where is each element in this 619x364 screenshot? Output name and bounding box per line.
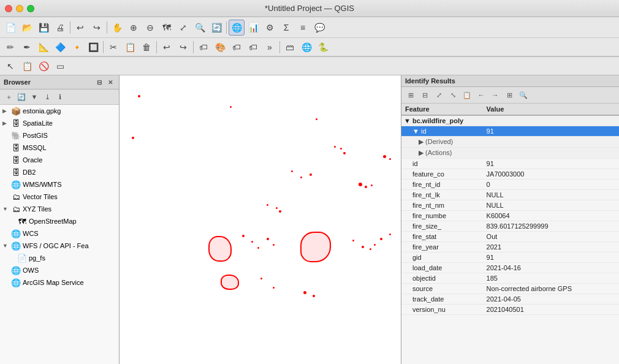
- identify-row[interactable]: ▶ (Derived): [401, 137, 619, 148]
- tree-item-arcgis[interactable]: 🌐 ArcGIS Map Service: [0, 276, 119, 289]
- zoom-full-button[interactable]: 🗺: [159, 20, 175, 36]
- label4-button[interactable]: 🏷: [245, 39, 261, 55]
- add-resource-button[interactable]: ＋: [2, 91, 15, 103]
- select-arrow-button[interactable]: ↖: [2, 58, 18, 74]
- minimize-button[interactable]: [16, 5, 23, 12]
- tips-button[interactable]: 💬: [311, 20, 327, 36]
- refresh-browser-button[interactable]: 🔄: [15, 91, 28, 103]
- field-calc-button[interactable]: ≡: [295, 20, 311, 36]
- select-button[interactable]: 📊: [245, 20, 261, 36]
- identify-row[interactable]: fire_nt_nmNULL: [401, 200, 619, 211]
- undo2-button[interactable]: ↩: [159, 39, 175, 55]
- copy-feature-button[interactable]: 📋: [122, 39, 138, 55]
- enable-props-button[interactable]: ℹ: [54, 91, 66, 103]
- save-project-button[interactable]: 💾: [36, 20, 51, 36]
- redo2-button[interactable]: ↪: [175, 39, 191, 55]
- tree-item-mssql[interactable]: 🗄 MSSQL: [0, 142, 119, 154]
- select-rect-button[interactable]: ▭: [52, 58, 68, 74]
- tree-item-vectortiles[interactable]: 🗂 Vector Tiles: [0, 191, 119, 203]
- edit-pencil-button[interactable]: ✏: [2, 39, 18, 55]
- python-button[interactable]: 🐍: [315, 39, 331, 55]
- redo-button[interactable]: ↪: [89, 20, 105, 36]
- zoom-out-button[interactable]: ⊖: [142, 20, 158, 36]
- sep1: [70, 21, 70, 34]
- open-project-button[interactable]: 📂: [19, 20, 35, 36]
- statistics-button[interactable]: Σ: [278, 20, 294, 36]
- new-project-button[interactable]: 📄: [2, 20, 18, 36]
- identify-row[interactable]: ▶ (Actions): [401, 148, 619, 159]
- zoom-layer-button[interactable]: ⤢: [175, 20, 191, 36]
- undo-button[interactable]: ↩: [72, 20, 88, 36]
- identify-row[interactable]: fire_size_839.6017125299999: [401, 221, 619, 232]
- digitize-shape-button[interactable]: 🔷: [52, 39, 68, 55]
- identify-row[interactable]: load_date2021-04-16: [401, 263, 619, 273]
- zoom-selection-button[interactable]: 🔍: [192, 20, 208, 36]
- collapse-all-button[interactable]: ⤓: [41, 91, 53, 103]
- window-controls[interactable]: [5, 5, 34, 12]
- deselect-all-button[interactable]: 🚫: [36, 58, 51, 74]
- deselect-button[interactable]: ⚙: [262, 20, 278, 36]
- tree-item-wcs[interactable]: 🌐 WCS: [0, 227, 119, 240]
- identify-button[interactable]: 🌐: [229, 20, 245, 36]
- identify-row[interactable]: fire_nt_lkNULL: [401, 190, 619, 200]
- node-tool-button[interactable]: ✒: [19, 39, 35, 55]
- value-column-header: Value: [483, 104, 619, 115]
- tree-item-spatialite[interactable]: ▶ 🗄 SpatiaLite: [0, 117, 119, 129]
- zoom-in-button[interactable]: ⊕: [126, 20, 142, 36]
- print-button[interactable]: 🖨: [52, 20, 68, 36]
- identify-row[interactable]: ▼ id91: [401, 126, 619, 137]
- refresh-button[interactable]: 🔄: [208, 20, 224, 36]
- identify-row[interactable]: gid91: [401, 252, 619, 263]
- pan-button[interactable]: ✋: [109, 20, 125, 36]
- tree-item-ows[interactable]: 🌐 OWS: [0, 264, 119, 276]
- expand-all-button[interactable]: ⤢: [432, 88, 446, 102]
- print-id-button[interactable]: ←: [474, 88, 488, 102]
- tree-item-pgfs[interactable]: 📄 pg_fs: [0, 252, 119, 264]
- identify-row[interactable]: fire_nt_id0: [401, 180, 619, 190]
- tree-item-oracle[interactable]: 🗄 Oracle: [0, 154, 119, 166]
- copy-id-button[interactable]: 📋: [460, 88, 474, 102]
- cut-feature-button[interactable]: ✂: [105, 39, 121, 55]
- map-canvas[interactable]: [120, 75, 401, 364]
- tree-item-wms[interactable]: 🌐 WMS/WMTS: [0, 178, 119, 191]
- filter-browser-button[interactable]: ▼: [28, 91, 40, 103]
- maximize-button[interactable]: [27, 5, 34, 12]
- identify-row[interactable]: version_nu2021040501: [401, 305, 619, 315]
- identify-row[interactable]: track_date2021-04-05: [401, 294, 619, 305]
- label2-button[interactable]: 🎨: [212, 39, 228, 55]
- identify-row[interactable]: id91: [401, 159, 619, 169]
- more-button[interactable]: »: [262, 39, 278, 55]
- reshape-button[interactable]: 🔲: [85, 39, 101, 55]
- close-button[interactable]: [5, 5, 12, 12]
- tree-icon-mssql: 🗄: [11, 143, 21, 153]
- db-button[interactable]: 🗃: [282, 39, 298, 55]
- tree-item-postgis[interactable]: 🐘 PostGIS: [0, 129, 119, 142]
- add-ring-button[interactable]: 🔸: [69, 39, 85, 55]
- identify-row[interactable]: fire_year2021: [401, 242, 619, 252]
- identify-row[interactable]: fire_numbeK60064: [401, 211, 619, 221]
- collapse-tree-button[interactable]: ⊟: [418, 88, 431, 102]
- label3-button[interactable]: 🏷: [229, 39, 245, 55]
- tree-item-db2[interactable]: 🗄 DB2: [0, 166, 119, 178]
- browser-pin-button[interactable]: ⊟: [94, 77, 104, 87]
- tree-item-osm[interactable]: 🗺 OpenStreetMap: [0, 215, 119, 227]
- browser-close-button[interactable]: ✕: [105, 77, 115, 87]
- add-feature-button[interactable]: 📐: [36, 39, 51, 55]
- tree-item-xyztiles[interactable]: ▼ 🗂 XYZ Tiles: [0, 203, 119, 215]
- filter-id-button[interactable]: ⊞: [503, 88, 516, 102]
- label1-button[interactable]: 🏷: [196, 39, 211, 55]
- globe-button[interactable]: 🌐: [298, 39, 314, 55]
- clear-id-button[interactable]: →: [488, 88, 502, 102]
- settings-id-button[interactable]: 🔍: [517, 88, 530, 102]
- delete-feature-button[interactable]: 🗑: [139, 39, 154, 55]
- identify-row[interactable]: objectid185: [401, 273, 619, 284]
- expand-tree-button[interactable]: ⊞: [404, 88, 417, 102]
- identify-row[interactable]: sourceNon-corrected airborne GPS: [401, 284, 619, 294]
- collapse-all-id-button[interactable]: ⤡: [446, 88, 460, 102]
- select-list-button[interactable]: 📋: [19, 58, 35, 74]
- tree-item-wfs[interactable]: ▼ 🌐 WFS / OGC API - Fea: [0, 240, 119, 252]
- identify-row[interactable]: fire_statOut: [401, 232, 619, 242]
- identify-row[interactable]: feature_coJA70003000: [401, 169, 619, 180]
- identify-row[interactable]: ▼ bc.wildfire_poly: [401, 115, 619, 126]
- tree-item-estonia[interactable]: ▶ 📦 estonia.gpkg: [0, 105, 119, 117]
